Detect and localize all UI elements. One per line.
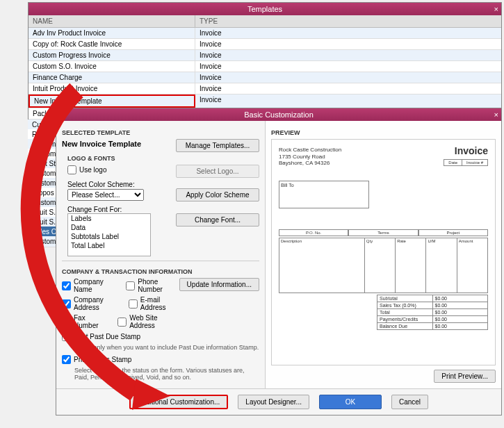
templates-column-headers: NAME TYPE	[29, 15, 501, 28]
change-font-label: Change Font For:	[67, 206, 259, 213]
font-list[interactable]: Labels Data Subtotals Label Total Label	[67, 213, 151, 256]
email-checkbox[interactable]: E-mail Address	[129, 296, 174, 311]
table-row[interactable]: Adv Inv Product InvoiceInvoice	[29, 28, 501, 39]
additional-customization-button[interactable]: Additional Customization...	[129, 395, 228, 409]
dialog-right-pane: PREVIEW Invoice Rock Castle Construction…	[265, 121, 501, 388]
items-table: Description Qty Rate U/M Amount	[279, 238, 488, 293]
website-checkbox[interactable]: Web Site Address	[117, 314, 173, 329]
color-scheme-label: Select Color Scheme:	[67, 181, 259, 188]
logo-fonts-label: LOGO & FONTS	[67, 155, 259, 162]
close-icon[interactable]: ×	[494, 108, 498, 121]
dialog-titlebar: Basic Customization ×	[56, 108, 501, 121]
templates-window: Templates × NAME TYPE Adv Inv Product In…	[28, 2, 502, 120]
company-address-checkbox[interactable]: Company Address	[62, 296, 115, 311]
totals-block: Subtotal$0.00 Sales Tax (0.0%)$0.00 Tota…	[377, 295, 488, 330]
table-row[interactable]: Copy of: Rock Castle InvoiceInvoice	[29, 39, 501, 50]
layout-designer-button[interactable]: Layout Designer...	[238, 395, 309, 409]
list-item[interactable]: Data	[68, 223, 150, 232]
apply-color-scheme-button[interactable]: Apply Color Scheme	[176, 188, 259, 201]
dialog-button-bar: Additional Customization... Layout Desig…	[56, 388, 501, 415]
update-information-button[interactable]: Update Information...	[179, 278, 259, 291]
change-font-button[interactable]: Change Font...	[176, 213, 259, 227]
company-info-label: COMPANY & TRANSACTION INFORMATION	[62, 268, 259, 275]
phone-checkbox[interactable]: Phone Number	[126, 278, 173, 293]
close-icon[interactable]: ×	[494, 3, 498, 15]
templates-title: Templates	[247, 5, 282, 13]
bill-to-box: Bill To	[279, 181, 369, 208]
color-scheme-select[interactable]: Please Select...	[67, 189, 144, 201]
invoice-preview: Invoice Rock Castle Construction 1735 Co…	[271, 139, 496, 365]
status-stamp-help: Select to include the status on the form…	[74, 367, 259, 381]
col-header-name[interactable]: NAME	[29, 15, 195, 27]
list-item[interactable]: Labels	[68, 214, 150, 223]
list-item[interactable]: Subtotals Label	[68, 232, 150, 241]
po-row: P.O. No. Terms Project	[279, 229, 488, 236]
selected-template-name: New Invoice Template	[62, 140, 141, 148]
templates-rows: Adv Inv Product InvoiceInvoice Copy of: …	[29, 28, 501, 120]
table-row[interactable]: Intuit Product InvoiceInvoice	[29, 83, 501, 94]
list-item[interactable]: Total Label	[68, 241, 150, 250]
invoice-date-box: Date Invoice #	[444, 159, 488, 166]
selected-template-label: SELECTED TEMPLATE	[62, 129, 259, 136]
invoice-title: Invoice	[455, 145, 488, 156]
fax-checkbox[interactable]: Fax Number	[62, 314, 104, 329]
table-row[interactable]: Custom Progress InvoiceInvoice	[29, 50, 501, 61]
dialog-left-pane: SELECTED TEMPLATE New Invoice Template M…	[56, 121, 265, 388]
past-due-checkbox[interactable]: Print Past Due Stamp	[62, 332, 259, 341]
status-stamp-checkbox[interactable]: Print Status Stamp	[62, 355, 259, 364]
col-header-type[interactable]: TYPE	[195, 15, 501, 27]
table-row-highlighted[interactable]: New Invoice TemplateInvoice	[29, 94, 501, 108]
templates-titlebar: Templates ×	[29, 3, 501, 15]
ok-button[interactable]: OK	[319, 395, 382, 409]
manage-templates-button[interactable]: Manage Templates...	[176, 139, 259, 152]
table-row[interactable]: Custom S.O. InvoiceInvoice	[29, 61, 501, 72]
use-logo-checkbox[interactable]: Use logo	[67, 165, 106, 174]
basic-customization-dialog: Basic Customization × SELECTED TEMPLATE …	[56, 108, 502, 415]
cancel-button[interactable]: Cancel	[391, 395, 428, 409]
print-preview-button[interactable]: Print Preview...	[434, 370, 496, 383]
past-due-help: Select only when you want to include Pas…	[74, 344, 259, 351]
dialog-title: Basic Customization	[244, 110, 314, 119]
table-row[interactable]: Finance ChargeInvoice	[29, 72, 501, 83]
select-logo-button[interactable]: Select Logo...	[176, 165, 259, 178]
company-name-checkbox[interactable]: Company Name	[62, 278, 112, 293]
preview-label: PREVIEW	[271, 129, 496, 136]
